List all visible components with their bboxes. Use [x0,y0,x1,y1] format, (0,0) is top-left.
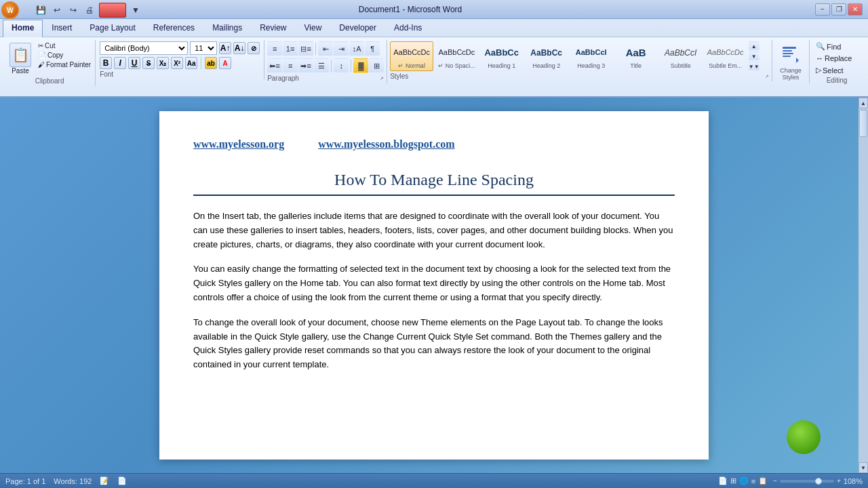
qat-extra1[interactable]: ▼ [129,3,142,17]
clipboard-label: Clipboard [7,77,92,85]
view-web-icon[interactable]: 🌐 [739,476,749,485]
find-icon: 🔍 [816,42,825,51]
find-button[interactable]: 🔍 Find [814,41,860,52]
align-right-button[interactable]: ➡≡ [298,58,313,73]
minimize-button[interactable]: − [815,3,830,16]
word-count: Words: 192 [54,477,92,485]
font-size-select[interactable]: 11 [190,41,217,55]
style-no-spacing-button[interactable]: AaBbCcDc ↵ No Spaci... [435,41,479,71]
status-bar-right: 📄 ⊞ 🌐 ≡ 📋 − + 108% [718,476,863,485]
cursor-indicator [787,420,821,454]
paste-icon: 📋 [9,43,31,67]
grow-font-button[interactable]: A↑ [219,42,231,54]
strikethrough-button[interactable]: S [142,57,155,69]
view-print-icon[interactable]: 📄 [718,476,728,485]
style-subtle-em-button[interactable]: AaBbCcDc Subtle Em... [704,41,747,71]
paste-button[interactable]: 📋 Paste [7,41,34,76]
office-button[interactable]: W [1,1,19,19]
ribbon-content: 📋 Paste ✂ Cut 📄 Copy 🖌 Format Painter Cl… [0,37,868,96]
svg-rect-3 [783,56,791,57]
styles-scroll-down[interactable]: ▼ [749,52,760,61]
styles-scroll-up[interactable]: ▲ [749,41,760,51]
superscript-button[interactable]: X² [171,57,183,69]
save-qat-button[interactable]: 💾 [34,3,47,17]
decrease-indent-button[interactable]: ⇤ [318,41,333,56]
print-qat-button[interactable]: 🖨 [83,3,96,17]
zoom-slider[interactable] [780,480,834,483]
tab-references[interactable]: References [144,20,203,37]
tab-view[interactable]: View [296,20,331,37]
format-painter-button[interactable]: 🖌 Format Painter [37,60,92,69]
view-draft-icon[interactable]: 📋 [758,476,768,485]
redo-qat-button[interactable]: ↪ [66,3,80,17]
link-myelesson-org[interactable]: www.myelesson.org [193,138,284,150]
style-title-button[interactable]: AaB Title [614,41,658,71]
undo-qat-button[interactable]: ↩ [50,3,64,17]
shrink-font-button[interactable]: A↓ [233,42,245,54]
bold-button[interactable]: B [100,57,112,69]
zoom-in-button[interactable]: + [837,477,841,485]
styles-more-button[interactable]: ▼▼ [749,62,760,71]
align-sep [331,60,332,72]
multilevel-list-button[interactable]: ⊟≡ [298,41,313,56]
numbered-list-button[interactable]: 1≡ [283,41,298,56]
tab-review[interactable]: Review [251,20,295,37]
align-left-button[interactable]: ⬅≡ [267,58,282,73]
scroll-up-button[interactable]: ▲ [859,98,868,108]
para-expand-icon[interactable]: ↗ [380,76,384,81]
change-case-button[interactable]: Aa [185,57,197,69]
tab-developer[interactable]: Developer [330,20,385,37]
line-spacing-button[interactable]: ↕ [334,58,349,73]
underline-button[interactable]: U [128,57,140,69]
style-subtitle-button[interactable]: AaBbCcI Subtitle [659,41,703,71]
copy-button[interactable]: 📄 Copy [37,51,92,60]
link-myelesson-blog[interactable]: www.myelesson.blogspot.com [318,138,454,150]
increase-indent-button[interactable]: ⇥ [334,41,349,56]
style-heading3-button[interactable]: AaBbCcI Heading 3 [570,41,613,71]
style-normal-button[interactable]: AaBbCcDc ↵ Normal [390,41,433,71]
view-icons: 📄 ⊞ 🌐 ≡ 📋 [718,476,768,485]
styles-expand-icon[interactable]: ↗ [765,74,769,79]
subscript-button[interactable]: X₂ [157,57,169,69]
border-button[interactable]: ⊞ [369,58,384,73]
replace-button[interactable]: ↔ Replace [814,54,860,63]
shading-button[interactable]: ▓ [353,58,368,73]
show-marks-button[interactable]: ¶ [365,41,380,56]
select-button[interactable]: ▷ Select [814,65,860,75]
tab-home[interactable]: Home [3,20,43,37]
clear-format-button[interactable]: ⊘ [248,42,260,54]
list-sep [315,43,316,55]
scroll-down-button[interactable]: ▼ [859,462,868,473]
tab-insert[interactable]: Insert [43,20,81,37]
align-center-button[interactable]: ≡ [283,58,298,73]
paragraph-2: You can easily change the formatting of … [193,262,675,304]
style-heading2-button[interactable]: AaBbCc Heading 2 [525,41,568,71]
restore-button[interactable]: ❐ [831,3,846,16]
styles-group-label: Styles ↗ [390,73,769,80]
scroll-track[interactable] [859,108,868,462]
italic-button[interactable]: I [114,57,126,69]
font-name-select[interactable]: Calibri (Body) [100,41,188,55]
para-sep2 [351,60,351,72]
scroll-thumb[interactable] [859,110,867,137]
cut-button[interactable]: ✂ Cut [37,41,92,50]
tab-mailings[interactable]: Mailings [203,20,251,37]
sort-button[interactable]: ↕A [349,41,364,56]
style-heading1-button[interactable]: AaBbCc Heading 1 [480,41,524,71]
replace-icon: ↔ [816,54,823,62]
justify-button[interactable]: ☰ [314,58,329,73]
change-styles-button[interactable]: ChangeStyles [772,40,810,83]
style-subtle-em-preview: AaBbCcDc [707,43,744,62]
bullets-button[interactable]: ≡ [267,41,282,56]
style-heading1-label: Heading 1 [488,62,515,69]
zoom-out-button[interactable]: − [773,477,777,485]
close-button[interactable]: ✕ [848,3,863,16]
tab-page-layout[interactable]: Page Layout [81,20,144,37]
highlight-button[interactable]: ab [205,57,217,69]
paste-label: Paste [12,67,29,75]
view-outline-icon[interactable]: ≡ [751,477,755,485]
tab-add-ins[interactable]: Add-Ins [385,20,431,37]
view-full-icon[interactable]: ⊞ [730,476,736,485]
font-color-button[interactable]: A [219,57,231,69]
zoom-level[interactable]: 108% [844,477,863,485]
